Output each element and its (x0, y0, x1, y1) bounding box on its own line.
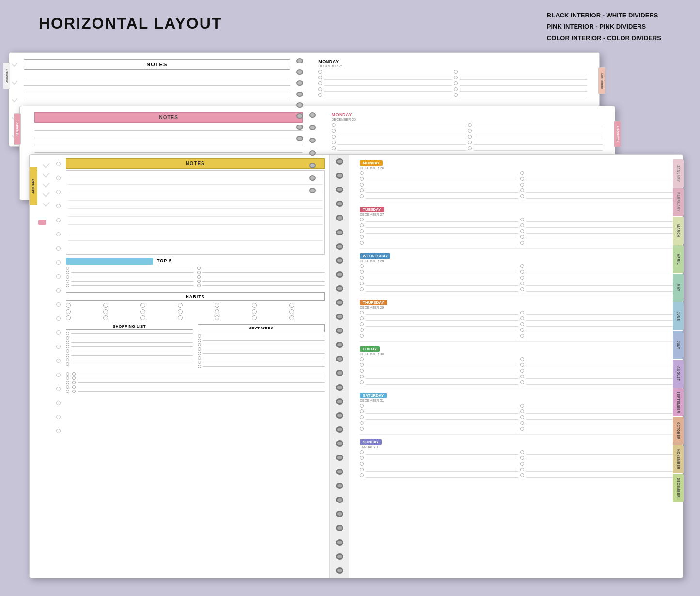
month-jul: JULY (673, 331, 684, 359)
thursday-day-date: DECEMBER 29 (360, 306, 679, 309)
month-tabs: JANUARY FEBRUARY MARCH APRIL MAY JUNE JU… (673, 159, 684, 502)
monday-day-label: MONDAY (360, 160, 383, 166)
monday-label-mid: MONDAY (332, 112, 603, 117)
tuesday-day-date: DECEMBER 27 (360, 213, 679, 216)
friday-day-label: FRIDAY (360, 346, 380, 352)
bullet-item-2: PINK INTERIOR - PINK DIVIDERS (547, 21, 661, 32)
month-feb: FEBRUARY (673, 188, 684, 216)
tuesday-day-label: TUESDAY (360, 207, 384, 212)
saturday-entry: SATURDAY DECEMBER 31 (360, 390, 679, 435)
saturday-day-label: SATURDAY (360, 393, 387, 398)
bottom-sections: SHOPPING LIST NEXT WEEK (66, 324, 325, 369)
friday-day-date: DECEMBER 30 (360, 352, 679, 356)
month-oct: OCTOBER (673, 417, 684, 445)
wednesday-day-date: DECEMBER 28 (360, 259, 679, 263)
thursday-day-label: THURSDAY (360, 300, 387, 305)
blue-bar (66, 258, 153, 265)
jan-tab-back: JANUARY (3, 63, 10, 89)
next-week-section: NEXT WEEK (198, 324, 325, 369)
notes-area-front (66, 170, 325, 255)
thursday-entry: THURSDAY DECEMBER 29 (360, 297, 679, 342)
notes-header-mid: NOTES (34, 112, 303, 123)
sunday-day-label: SUNDAY (360, 439, 382, 445)
top5-section: TOP 5 (66, 258, 325, 265)
mid-right-page: MONDAY DECEMBER 26 (329, 110, 605, 154)
page-title: HORIZONTAL LAYOUT (39, 15, 222, 32)
days-list: MONDAY DECEMBER 26 TUESDAY DECEMBER 27 (360, 157, 679, 481)
month-apr: APRIL (673, 245, 684, 273)
spiral-back (293, 55, 307, 144)
habits-row2 (66, 309, 325, 314)
tuesday-entry: TUESDAY DECEMBER 27 (360, 204, 679, 249)
wednesday-day-label: WEDNESDAY (360, 253, 390, 259)
wednesday-entry: WEDNESDAY DECEMBER 28 (360, 251, 679, 295)
feb-tab-mid: FEBRUARY (614, 121, 621, 147)
bullet-item-3: COLOR INTERIOR - COLOR DIVIDERS (547, 32, 661, 44)
month-jan: JANUARY (673, 159, 684, 188)
monday-entry: MONDAY DECEMBER 26 (360, 157, 679, 202)
spiral-front (330, 155, 349, 578)
top5-label: TOP 5 (157, 258, 325, 264)
bullet-list: BLACK INTERIOR - WHITE DIVIDERS PINK INT… (547, 10, 661, 44)
friday-entry: FRIDAY DECEMBER 30 (360, 344, 679, 388)
spiral-mid (305, 109, 320, 197)
pg-circles-left (56, 159, 66, 433)
monday-label-back: MONDAY (318, 59, 587, 64)
shopping-section: SHOPPING LIST (66, 324, 193, 369)
saturday-day-date: DECEMBER 31 (360, 399, 679, 402)
habits-row1 (66, 303, 325, 308)
front-right-page: MONDAY DECEMBER 26 TUESDAY DECEMBER 27 (356, 155, 683, 578)
back-right-page: MONDAY DECEMBER 26 (316, 57, 590, 101)
habits-row3 (66, 315, 325, 320)
month-sep: SEPTEMBER (673, 388, 684, 416)
sunday-day-date: JANUARY 1 (360, 445, 679, 449)
sunday-entry: SUNDAY JANUARY 1 (360, 437, 679, 481)
bottom-rows (66, 372, 325, 393)
notes-header-front: NOTES (66, 158, 325, 169)
month-dec: DECEMBER (673, 474, 684, 502)
notes-header-back: NOTES (24, 59, 290, 70)
month-jun: JUNE (673, 302, 684, 330)
front-left-page: JANUARY NOTES (30, 155, 330, 578)
monday-date-mid: DECEMBER 26 (332, 118, 603, 121)
jan-tab-mid: JANUARY (14, 113, 21, 145)
habits-label: HABITS (66, 292, 325, 301)
month-may: MAY (673, 274, 684, 302)
month-aug: AUGUST (673, 360, 684, 388)
top5-lists (66, 267, 325, 288)
front-notebook: JANUARY NOTES (29, 154, 683, 578)
feb-tab-back: FEBRUARY (598, 67, 605, 94)
next-week-label: NEXT WEEK (198, 324, 325, 332)
bullet-item-1: BLACK INTERIOR - WHITE DIVIDERS (547, 10, 661, 21)
monday-date-back: DECEMBER 26 (318, 64, 587, 68)
front-left-content: NOTES TOP 5 (66, 158, 325, 574)
month-nov: NOVEMBER (673, 445, 684, 473)
monday-day-date: DECEMBER 26 (360, 166, 679, 170)
jan-tab-front: JANUARY (30, 167, 37, 205)
shopping-label: SHOPPING LIST (66, 324, 193, 330)
month-mar: MARCH (673, 217, 684, 245)
chevron-col-front (40, 159, 55, 578)
